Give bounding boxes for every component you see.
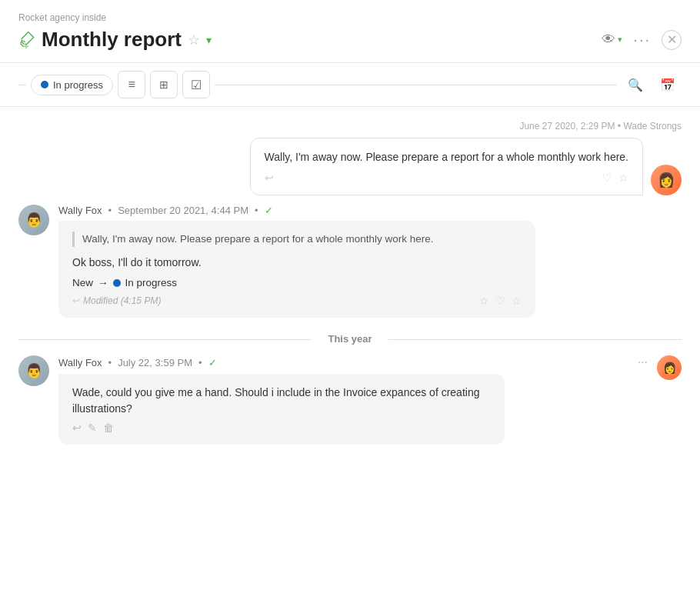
status-badge[interactable]: In progress [31,75,113,95]
more-options-bottom[interactable]: ··· [638,355,648,369]
partial-message-container: Wally Fox • July 22, 3:59 PM • ✓ ··· Wad… [58,355,648,445]
status-label: In progress [53,79,103,91]
reply-icon-bottom[interactable]: ↩ [72,422,82,434]
title-left: 🏷 Monthly report ☆ ▾ [18,28,212,52]
more-button[interactable]: ··· [633,31,651,48]
message-left-wally: 👨 Wally Fox • September 20 2021, 4:44 PM… [18,205,682,318]
breadcrumb: Rocket agency inside [18,12,682,23]
arrow-icon: → [98,277,108,288]
message-bubble-wally: Wally, I'm away now. Please prepare a re… [58,221,535,318]
avatar-wally: 👨 [18,205,49,235]
table-icon: ⊞ [159,78,168,91]
star-icon[interactable]: ☆ [188,32,200,48]
list-icon: ≡ [128,78,135,92]
separator-dot: • [108,205,112,216]
title-row: 🏷 Monthly report ☆ ▾ 👁 ▾ ··· ✕ [18,28,682,62]
toolbar: In progress ≡ ⊞ ☑ 🔍 📅 [0,63,700,107]
avatar-wade: 👩 [651,165,682,195]
star-icon-wally-footer[interactable]: ☆ [479,295,489,307]
quote-block-wally: Wally, I'm away now. Please prepare a re… [72,232,522,247]
year-divider: This year [18,333,682,345]
message-actions-wade: ↩ ♡ ☆ [265,172,628,184]
footer-icons-wally: ☆ ♡ ☆ [479,295,522,307]
message-text-bottom: Wade, could you give me a hand. Should i… [72,385,491,417]
message-icons-right-wade: ♡ ☆ [602,172,628,184]
message-time-wally: September 20 2021, 4:44 PM [118,205,248,216]
message-content-wally: Wally Fox • September 20 2021, 4:44 PM •… [58,205,682,318]
eye-icon: 👁 [602,32,615,48]
message-text-wade: Wally, I'm away now. Please prepare a re… [265,149,628,165]
status-from-wally: New [72,277,93,288]
page-title: Monthly report [42,28,182,52]
reply-icon-wade[interactable]: ↩ [265,172,274,184]
dropdown-icon[interactable]: ▾ [206,34,212,46]
avatar-wally-bottom: 👨 [18,355,49,386]
status-change-wally: New → In progress [72,277,522,288]
toolbar-right: 🔍 📅 [622,71,682,98]
timestamp-bottom: July 22, 3:59 PM [118,357,192,368]
status-dot [41,81,48,88]
toolbar-line-left [18,85,26,85]
message-author-row-wally: Wally Fox • September 20 2021, 4:44 PM •… [58,205,682,216]
verified-icon-wally: ✓ [265,205,273,216]
message-timestamp-1: June 27 2020, 2:29 PM • Wade Strongs [18,107,682,138]
trash-icon-bottom[interactable]: 🗑 [103,422,114,434]
header: Rocket agency inside 🏷 Monthly report ☆ … [0,0,700,63]
toolbar-separator [215,85,617,85]
close-icon: ✕ [662,30,682,50]
star-icon-wade[interactable]: ☆ [618,172,628,184]
messages-area: June 27 2020, 2:29 PM • Wade Strongs Wal… [0,107,700,452]
watch-button[interactable]: 👁 ▾ [602,32,622,48]
author-name-bottom: Wally Fox [58,357,102,368]
table-view-button[interactable]: ⊞ [150,71,178,98]
watch-chevron: ▾ [618,35,622,45]
calendar-icon: 📅 [660,78,675,92]
status-change-dot [113,279,121,287]
heart-icon-wally-footer[interactable]: ♡ [495,295,505,307]
avatar-wade-small: 👩 [657,355,682,380]
search-button[interactable]: 🔍 [622,71,649,98]
close-button[interactable]: ✕ [662,30,682,50]
wade-avatar-emoji: 👩 [658,172,675,188]
title-right: 👁 ▾ ··· ✕ [602,30,682,50]
calendar-button[interactable]: 📅 [654,71,682,98]
message-right-wade: Wally, I'm away now. Please prepare a re… [18,138,682,195]
wade-small-emoji: 👩 [663,362,676,374]
wally-avatar-emoji: 👨 [25,212,42,228]
reply-small-icon: ↩ [72,295,80,306]
author-row-bottom: Wally Fox • July 22, 3:59 PM • ✓ ··· [58,355,648,369]
heart-icon-wade[interactable]: ♡ [602,172,612,184]
quote-text-wally: Wally, I'm away now. Please prepare a re… [82,233,434,245]
author-name-wally: Wally Fox [58,205,102,216]
wally-avatar-emoji-bottom: 👨 [25,362,42,379]
verified-icon-bottom: ✓ [208,357,217,368]
list-view-button[interactable]: ≡ [118,71,145,98]
message-footer-wally: ↩ Modified (4:15 PM) ☆ ♡ ☆ [72,295,522,307]
more-icon: ··· [633,31,651,48]
check-view-button[interactable]: ☑ [182,71,210,98]
search-icon: 🔍 [628,78,643,92]
star2-icon-wally-footer[interactable]: ☆ [512,295,522,307]
modified-label: Modified (4:15 PM) [83,295,161,306]
message-left-bottom: 👨 Wally Fox • July 22, 3:59 PM • ✓ ··· W… [18,355,682,445]
check-icon: ☑ [191,78,202,92]
reply-text-wally: Ok boss, I'll do it tomorrow. [72,255,522,271]
edit-icon-bottom[interactable]: ✎ [88,422,97,434]
message-bubble-wade: Wally, I'm away now. Please prepare a re… [250,138,643,195]
status-to-wally: In progress [125,277,178,288]
modified-text-wally: ↩ Modified (4:15 PM) [72,295,161,306]
tag-icon: 🏷 [14,27,40,53]
separator-dot2: • [255,205,258,216]
bottom-action-icons: ↩ ✎ 🗑 [72,422,491,434]
message-bubble-bottom: Wade, could you give me a hand. Should i… [58,374,505,445]
